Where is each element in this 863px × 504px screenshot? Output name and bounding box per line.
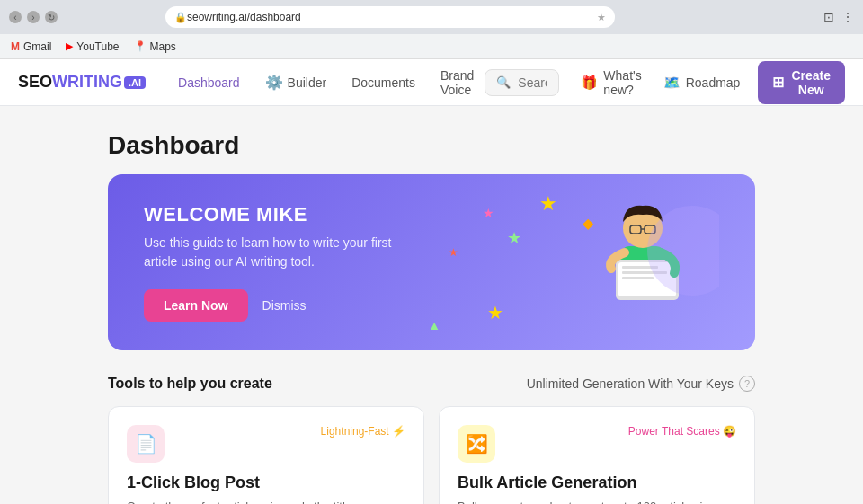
logo: SEOWRITING.AI: [18, 73, 146, 92]
star-decoration-2: ★: [483, 206, 494, 220]
page-title: Dashboard: [108, 106, 755, 174]
welcome-text: WELCOME MIKE Use this guide to learn how…: [144, 203, 414, 322]
star-decoration-5: ★: [487, 302, 503, 323]
nav-builder[interactable]: ⚙️ Builder: [254, 68, 338, 96]
star-decoration-3: ★: [507, 228, 521, 248]
gift-icon: 🎁: [581, 75, 598, 91]
unlimited-badge: Unlimited Generation With Your Keys ?: [527, 376, 755, 392]
card-header-blog: 📄 Lightning-Fast ⚡: [127, 425, 405, 463]
tools-header: Tools to help you create Unlimited Gener…: [108, 376, 755, 392]
question-icon[interactable]: ?: [739, 376, 755, 392]
nav-dashboard[interactable]: Dashboard: [167, 70, 251, 95]
welcome-actions: Learn Now Dismiss: [144, 289, 414, 322]
browser-controls: ‹ › ↻: [9, 11, 58, 23]
whats-new-button[interactable]: 🎁 What's new?: [570, 63, 652, 102]
reload-button[interactable]: ↻: [45, 11, 58, 23]
bulk-title: Bulk Article Generation: [458, 473, 736, 492]
logo-writing: WRITING: [52, 73, 122, 92]
address-bar[interactable]: 🔒 seowriting.ai/dashboard ★: [165, 6, 615, 28]
gear-icon: ⚙️: [265, 74, 283, 91]
welcome-banner: ★ ★ ★ ★ ★ ▲ ◆ WELCOME MIKE Use this guid…: [108, 174, 755, 350]
logo-ai: .AI: [124, 76, 146, 89]
nav-links: Dashboard ⚙️ Builder Documents Brand Voi…: [167, 63, 485, 102]
nav-documents[interactable]: Documents: [341, 70, 426, 95]
welcome-title: WELCOME MIKE: [144, 203, 414, 226]
blog-post-desc: Create the perfect article using only th…: [127, 498, 405, 504]
bulk-badge: Power That Scares 😜: [628, 425, 736, 438]
dismiss-link[interactable]: Dismiss: [262, 298, 307, 313]
search-box[interactable]: 🔍: [485, 69, 559, 96]
search-input[interactable]: [518, 75, 547, 90]
tools-grid: 📄 Lightning-Fast ⚡ 1-Click Blog Post Cre…: [108, 406, 755, 504]
nav-brand-voice[interactable]: Brand Voice: [430, 63, 485, 102]
bookmark-gmail[interactable]: M Gmail: [11, 40, 51, 53]
welcome-subtitle: Use this guide to learn how to write you…: [144, 234, 414, 271]
roadmap-button[interactable]: 🗺️ Roadmap: [653, 69, 752, 96]
star-decoration-4: ★: [449, 246, 458, 259]
banner-illustration: [566, 179, 719, 309]
main-content: Dashboard ★ ★ ★ ★ ★ ▲ ◆ WELCOME MIKE Use…: [0, 106, 863, 504]
triangle-decoration: ▲: [428, 318, 440, 332]
blog-post-title: 1-Click Blog Post: [127, 473, 405, 492]
learn-now-button[interactable]: Learn Now: [144, 289, 248, 322]
bookmark-bar: M Gmail ▶ YouTube 📍 Maps: [0, 34, 863, 59]
tool-card-bulk[interactable]: 🔀 Power That Scares 😜 Bulk Article Gener…: [439, 406, 755, 504]
bookmark-youtube[interactable]: ▶ YouTube: [66, 40, 119, 53]
svg-rect-9: [622, 277, 654, 279]
blog-post-icon: 📄: [127, 425, 165, 463]
star-decoration-1: ★: [539, 192, 557, 216]
map-icon: 🗺️: [663, 75, 681, 91]
search-icon: 🔍: [496, 75, 511, 89]
browser-chrome: ‹ › ↻ 🔒 seowriting.ai/dashboard ★ ⊡ ⋮: [0, 0, 863, 34]
create-new-button[interactable]: ⊞ Create New: [758, 61, 845, 104]
tools-section-title: Tools to help you create: [108, 376, 272, 392]
card-header-bulk: 🔀 Power That Scares 😜: [458, 425, 736, 463]
tool-card-blog-post[interactable]: 📄 Lightning-Fast ⚡ 1-Click Blog Post Cre…: [108, 406, 424, 504]
logo-seo: SEO: [18, 73, 52, 92]
browser-actions: ⊡ ⋮: [823, 10, 854, 24]
plus-icon: ⊞: [772, 74, 784, 91]
back-button[interactable]: ‹: [9, 11, 22, 23]
blog-post-badge: Lightning-Fast ⚡: [321, 425, 405, 438]
bookmark-maps[interactable]: 📍 Maps: [134, 40, 176, 53]
forward-button[interactable]: ›: [27, 11, 40, 23]
bulk-desc: Bulk generate and auto-post up to 100 ar…: [458, 498, 736, 504]
bulk-icon: 🔀: [458, 425, 495, 463]
url-text: seowriting.ai/dashboard: [187, 11, 301, 23]
top-nav: SEOWRITING.AI Dashboard ⚙️ Builder Docum…: [0, 59, 863, 106]
